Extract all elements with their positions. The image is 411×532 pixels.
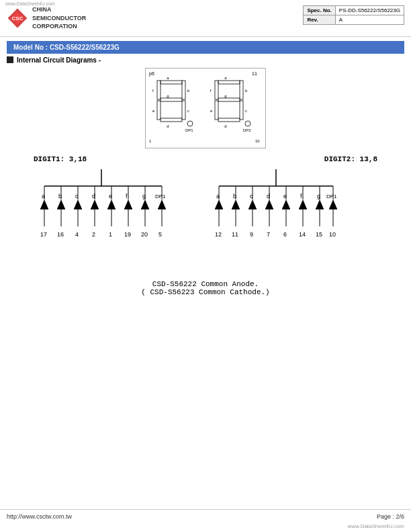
spec-table: Spec. No. PS-DD-S56222/S56223G Rev. A xyxy=(303,5,404,25)
svg-text:g: g xyxy=(142,193,146,200)
svg-marker-117 xyxy=(299,200,307,209)
rev-label: Rev. xyxy=(304,15,335,25)
svg-text:b: b xyxy=(245,89,248,93)
svg-text:e: e xyxy=(210,109,213,113)
spec-no-label: Spec. No. xyxy=(304,6,335,15)
rev-value: A xyxy=(335,15,404,25)
svg-marker-69 xyxy=(124,200,132,209)
footer: http://www.csctw.com.tw Page : 2/6 xyxy=(0,509,411,520)
svg-rect-27 xyxy=(218,118,240,122)
svg-marker-92 xyxy=(215,200,223,209)
svg-text:c: c xyxy=(245,109,247,113)
svg-text:20: 20 xyxy=(141,231,148,238)
svg-text:12: 12 xyxy=(215,231,222,238)
svg-text:DP2: DP2 xyxy=(243,128,251,132)
svg-text:e: e xyxy=(283,193,287,200)
svg-text:d: d xyxy=(267,193,270,200)
svg-text:g: g xyxy=(224,94,226,98)
svg-text:10: 10 xyxy=(329,231,336,238)
svg-marker-122 xyxy=(316,200,324,209)
svg-rect-26 xyxy=(240,101,243,120)
svg-text:DP1: DP1 xyxy=(185,128,193,132)
logo-area: CSC CHINA SEMICONDUCTOR CORPORATION xyxy=(7,5,86,31)
svg-marker-64 xyxy=(107,200,116,209)
svg-marker-74 xyxy=(141,200,149,209)
watermark-right: www.DataSheet4U.com xyxy=(348,523,404,529)
svg-text:14: 14 xyxy=(299,231,306,238)
svg-marker-112 xyxy=(282,200,290,209)
svg-text:DP1: DP1 xyxy=(326,193,337,200)
svg-rect-23 xyxy=(240,81,243,99)
svg-marker-59 xyxy=(91,200,99,209)
svg-text:a: a xyxy=(42,193,45,200)
spec-no-value: PS-DD-S56222/S56223G xyxy=(335,6,404,15)
company-logo: CSC xyxy=(7,7,28,29)
svg-text:f: f xyxy=(126,193,128,200)
svg-text:1: 1 xyxy=(149,139,152,143)
svg-marker-97 xyxy=(232,200,240,209)
svg-text:d: d xyxy=(167,124,169,128)
svg-text:19: 19 xyxy=(124,231,131,238)
svg-rect-9 xyxy=(157,101,161,120)
svg-text:b: b xyxy=(187,89,190,93)
svg-text:a: a xyxy=(167,76,169,80)
seven-segment-diagram: p6 11 DP1 a f b g e c d xyxy=(145,68,266,148)
svg-marker-107 xyxy=(265,200,273,209)
svg-point-28 xyxy=(245,121,250,126)
pin-diagram-svg: a b c d e f g xyxy=(17,166,394,273)
svg-text:c: c xyxy=(187,109,189,113)
svg-text:5: 5 xyxy=(158,231,162,238)
svg-text:a: a xyxy=(216,193,220,200)
svg-text:4: 4 xyxy=(75,231,79,238)
svg-text:a: a xyxy=(224,76,227,80)
watermark-left: www.DataSheet4U.com xyxy=(5,1,55,6)
digit1-label: DIGIT1: 3,18 xyxy=(34,155,87,163)
svg-rect-21 xyxy=(218,81,240,84)
svg-text:e: e xyxy=(152,109,155,113)
svg-marker-127 xyxy=(329,200,337,209)
svg-marker-79 xyxy=(158,200,166,209)
svg-rect-11 xyxy=(161,118,182,122)
svg-text:d: d xyxy=(224,124,226,128)
svg-rect-10 xyxy=(182,101,185,120)
svg-text:1: 1 xyxy=(109,231,112,238)
svg-text:7: 7 xyxy=(267,231,270,238)
svg-text:c: c xyxy=(75,193,79,200)
section-title: Internal Circuit Diagrams - xyxy=(17,56,101,64)
pin-diagram: DIGIT1: 3,18 DIGIT2: 13,8 a b c xyxy=(13,155,398,273)
svg-marker-54 xyxy=(74,200,82,209)
svg-rect-24 xyxy=(218,98,240,101)
circuit-diagram: p6 11 DP1 a f b g e c d xyxy=(0,68,411,148)
svg-text:d: d xyxy=(92,193,95,200)
svg-text:g: g xyxy=(167,94,169,98)
svg-text:e: e xyxy=(109,193,112,200)
svg-rect-8 xyxy=(161,98,182,101)
svg-text:17: 17 xyxy=(40,231,47,238)
header: www.DataSheet4U.com CSC CHINA SEMICONDUC… xyxy=(0,0,411,37)
svg-text:11: 11 xyxy=(232,231,238,238)
svg-rect-7 xyxy=(182,81,185,99)
svg-text:f: f xyxy=(300,193,302,200)
svg-text:9: 9 xyxy=(250,231,253,238)
svg-text:15: 15 xyxy=(316,231,322,238)
svg-text:CSC: CSC xyxy=(12,15,24,21)
svg-text:b: b xyxy=(58,193,62,200)
company-name: CHINA SEMICONDUCTOR CORPORATION xyxy=(32,5,86,31)
svg-text:2: 2 xyxy=(92,231,95,238)
svg-text:16: 16 xyxy=(57,231,64,238)
svg-text:c: c xyxy=(250,193,253,200)
svg-marker-44 xyxy=(40,200,48,209)
svg-marker-102 xyxy=(248,200,257,209)
svg-text:11: 11 xyxy=(252,71,257,76)
svg-text:DP1: DP1 xyxy=(155,193,166,200)
section-header: Internal Circuit Diagrams - xyxy=(7,56,404,64)
svg-point-12 xyxy=(187,121,193,126)
svg-text:6: 6 xyxy=(283,231,287,238)
svg-rect-5 xyxy=(161,81,182,84)
footer-page: Page : 2/6 xyxy=(377,513,404,520)
svg-rect-6 xyxy=(157,81,161,99)
svg-rect-22 xyxy=(215,81,218,99)
digit2-label: DIGIT2: 13,8 xyxy=(324,155,377,163)
model-bar: Model No : CSD-S56222/S56223G xyxy=(7,41,404,54)
svg-text:b: b xyxy=(233,193,236,200)
